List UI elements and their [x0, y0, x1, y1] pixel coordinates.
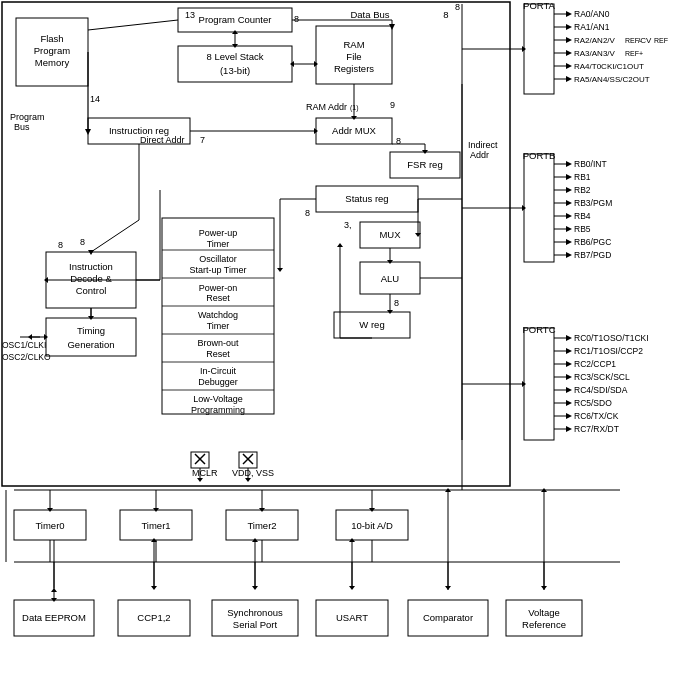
- svg-marker-198: [197, 478, 203, 482]
- svg-text:RB0/INT: RB0/INT: [574, 159, 607, 169]
- svg-rect-57: [524, 4, 554, 94]
- svg-text:REF: REF: [654, 37, 668, 44]
- svg-text:Timer0: Timer0: [35, 520, 64, 531]
- svg-text:Voltage: Voltage: [528, 607, 560, 618]
- svg-marker-283: [337, 243, 343, 247]
- svg-text:Program: Program: [34, 45, 71, 56]
- svg-text:PORTC: PORTC: [522, 324, 555, 335]
- svg-text:ALU: ALU: [381, 273, 400, 284]
- svg-marker-76: [566, 50, 572, 56]
- svg-text:RB4: RB4: [574, 211, 591, 221]
- svg-marker-86: [566, 161, 572, 167]
- svg-marker-89: [566, 174, 572, 180]
- svg-text:Timer: Timer: [207, 239, 230, 249]
- svg-text:Memory: Memory: [35, 57, 70, 68]
- svg-text:8: 8: [396, 136, 401, 146]
- svg-text:Serial Port: Serial Port: [233, 619, 278, 630]
- svg-text:Timer1: Timer1: [141, 520, 170, 531]
- svg-text:3,: 3,: [344, 220, 352, 230]
- svg-text:Timer2: Timer2: [247, 520, 276, 531]
- svg-text:RAM Addr: RAM Addr: [306, 102, 347, 112]
- svg-marker-80: [566, 63, 572, 69]
- svg-marker-107: [566, 252, 572, 258]
- svg-marker-92: [566, 187, 572, 193]
- svg-text:Status reg: Status reg: [345, 193, 388, 204]
- svg-text:RC2/CCP1: RC2/CCP1: [574, 359, 616, 369]
- svg-text:W reg: W reg: [359, 319, 384, 330]
- svg-text:VDD, VSS: VDD, VSS: [232, 468, 274, 478]
- svg-text:RB3/PGM: RB3/PGM: [574, 198, 612, 208]
- svg-text:Registers: Registers: [334, 63, 374, 74]
- svg-marker-101: [566, 226, 572, 232]
- svg-text:RA0/AN0: RA0/AN0: [574, 9, 610, 19]
- svg-text:REF+: REF+: [625, 50, 643, 57]
- svg-marker-104: [566, 239, 572, 245]
- svg-text:Generation: Generation: [67, 339, 114, 350]
- svg-text:Timer: Timer: [207, 321, 230, 331]
- svg-text:Brown-out: Brown-out: [197, 338, 239, 348]
- svg-text:RA1/AN1: RA1/AN1: [574, 22, 610, 32]
- svg-text:13: 13: [185, 10, 195, 20]
- svg-text:RB5: RB5: [574, 224, 591, 234]
- svg-text:Reference: Reference: [522, 619, 566, 630]
- svg-rect-237: [506, 600, 582, 636]
- svg-text:Program Counter: Program Counter: [199, 14, 272, 25]
- svg-marker-95: [566, 200, 572, 206]
- svg-marker-70: [566, 37, 572, 43]
- svg-marker-125: [566, 400, 572, 406]
- svg-text:7: 7: [200, 135, 205, 145]
- svg-text:Flash: Flash: [40, 33, 63, 44]
- svg-text:RA3/AN3/V: RA3/AN3/V: [574, 49, 616, 58]
- svg-marker-98: [566, 213, 572, 219]
- svg-text:RA2/AN2/V: RA2/AN2/V: [574, 36, 616, 45]
- svg-text:Timing: Timing: [77, 325, 105, 336]
- svg-text:Start-up Timer: Start-up Timer: [189, 265, 246, 275]
- svg-text:RC6/TX/CK: RC6/TX/CK: [574, 411, 619, 421]
- svg-text:Bus: Bus: [14, 122, 30, 132]
- svg-text:Programming: Programming: [191, 405, 245, 415]
- svg-line-186: [91, 220, 139, 252]
- svg-text:Oscillator: Oscillator: [199, 254, 237, 264]
- svg-text:Indirect: Indirect: [468, 140, 498, 150]
- svg-line-133: [88, 20, 178, 30]
- svg-text:Comparator: Comparator: [423, 612, 473, 623]
- svg-text:OSC2/CLKO: OSC2/CLKO: [2, 352, 51, 362]
- svg-marker-184: [277, 268, 283, 272]
- svg-text:Data Bus: Data Bus: [350, 9, 389, 20]
- diagram-svg: Flash Program Memory Program Counter 8 L…: [0, 0, 690, 678]
- svg-rect-61: [524, 328, 554, 440]
- svg-text:Debugger: Debugger: [198, 377, 238, 387]
- svg-text:RB1: RB1: [574, 172, 591, 182]
- svg-text:8 Level Stack: 8 Level Stack: [206, 51, 263, 62]
- svg-text:Addr: Addr: [470, 150, 489, 160]
- svg-text:CCP1,2: CCP1,2: [137, 612, 170, 623]
- svg-text:MUX: MUX: [379, 229, 401, 240]
- svg-text:RC1/T1OSI/CCP2: RC1/T1OSI/CCP2: [574, 346, 643, 356]
- svg-text:8: 8: [305, 208, 310, 218]
- svg-text:Power-up: Power-up: [199, 228, 238, 238]
- svg-marker-113: [566, 348, 572, 354]
- svg-text:8: 8: [80, 237, 85, 247]
- svg-text:RB2: RB2: [574, 185, 591, 195]
- svg-text:10-bit A/D: 10-bit A/D: [351, 520, 393, 531]
- svg-text:OSC1/CLKI: OSC1/CLKI: [2, 340, 46, 350]
- svg-text:Addr MUX: Addr MUX: [332, 125, 376, 136]
- svg-marker-122: [566, 387, 572, 393]
- svg-text:8: 8: [455, 2, 460, 12]
- svg-text:Direct Addr: Direct Addr: [140, 135, 185, 145]
- svg-text:In-Circuit: In-Circuit: [200, 366, 237, 376]
- svg-text:8: 8: [58, 240, 63, 250]
- svg-text:9: 9: [390, 100, 395, 110]
- svg-marker-204: [245, 478, 251, 482]
- svg-marker-128: [566, 413, 572, 419]
- svg-text:USART: USART: [336, 612, 368, 623]
- svg-text:(13-bit): (13-bit): [220, 65, 250, 76]
- svg-text:RC5/SDO: RC5/SDO: [574, 398, 612, 408]
- svg-text:Control: Control: [76, 285, 107, 296]
- svg-text:RAM: RAM: [343, 39, 364, 50]
- svg-text:RA4/T0CKI/C1OUT: RA4/T0CKI/C1OUT: [574, 62, 644, 71]
- svg-text:RC3/SCK/SCL: RC3/SCK/SCL: [574, 372, 630, 382]
- svg-marker-116: [566, 361, 572, 367]
- svg-text:PORTB: PORTB: [523, 150, 556, 161]
- block-diagram: Flash Program Memory Program Counter 8 L…: [0, 0, 690, 678]
